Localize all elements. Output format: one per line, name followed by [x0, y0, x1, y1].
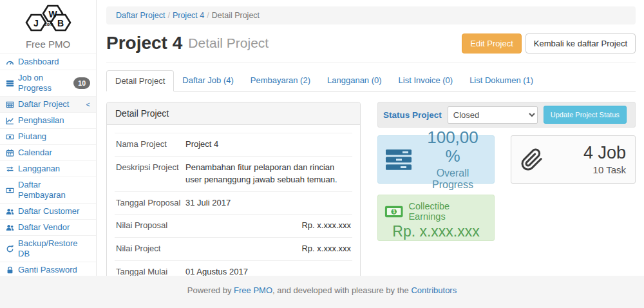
- breadcrumb-link-daftar-project[interactable]: Daftar Project: [116, 11, 165, 20]
- job-task-box: 4 Job 10 Task: [511, 135, 636, 184]
- earnings-value: Rp. x.xxx.xxx: [384, 223, 488, 240]
- retweet-icon: [6, 165, 14, 173]
- status-project-select[interactable]: Closed: [448, 106, 538, 124]
- detail-row-nilai-project: Nilai Project Rp. x.xxx.xxx: [115, 237, 352, 260]
- page-subtitle: Detail Project: [188, 35, 269, 51]
- breadcrumb-separator: /: [207, 11, 209, 20]
- table-icon: [6, 101, 14, 109]
- job-count-value: 4 Job: [583, 144, 626, 163]
- sidebar-item-label: Piutang: [18, 131, 46, 142]
- update-project-status-button[interactable]: Update Project Status: [544, 106, 627, 124]
- sidebar-item-label: Penghasilan: [18, 115, 64, 126]
- tab-pembayaran[interactable]: Pembayaran (2): [242, 70, 319, 91]
- job-count-badge: 10: [73, 77, 90, 89]
- sidebar-item-label: Dashboard: [18, 57, 59, 67]
- sidebar-item-calendar[interactable]: Calendar: [0, 145, 96, 161]
- svg-text:B: B: [57, 18, 63, 28]
- sidebar-item-label: Daftar Pembayaran: [18, 180, 90, 200]
- users-icon: [6, 224, 14, 232]
- sidebar-item-label: Job on Progress: [18, 73, 70, 93]
- refresh-icon: [6, 245, 14, 253]
- svg-text:J: J: [33, 18, 39, 28]
- sidebar-item-daftar-project[interactable]: Daftar Project <: [0, 97, 96, 113]
- earnings-label: Collectibe Earnings: [408, 201, 488, 222]
- tab-langganan[interactable]: Langganan (0): [319, 70, 390, 91]
- sidebar-item-backup-restore-db[interactable]: Backup/Restore DB: [0, 236, 96, 262]
- breadcrumb-separator: /: [167, 11, 169, 20]
- main-area: W J B .com Free PMO Dashboard Job on Pro…: [0, 0, 644, 276]
- page-header: Project 4 Detail Project Edit Project Ke…: [106, 33, 636, 63]
- free-pmo-app: W J B .com Free PMO Dashboard Job on Pro…: [0, 0, 644, 308]
- svg-text:1: 1: [392, 209, 395, 215]
- brand-name: Free PMO: [0, 39, 96, 50]
- line-chart-icon: [6, 117, 14, 125]
- overall-progress-label: Overall Progress: [418, 168, 488, 191]
- money-icon: [6, 186, 14, 195]
- sidebar-item-dashboard[interactable]: Dashboard: [0, 54, 96, 70]
- sidebar-item-label: Calendar: [18, 148, 52, 158]
- detail-row-nilai-proposal: Nilai Proposal Rp. x.xxx.xxx: [115, 214, 352, 237]
- content-area: Daftar Project/Project 4/Detail Project …: [97, 0, 644, 276]
- footer: Powered by Free PMO, and developed with …: [0, 276, 644, 308]
- sidebar: W J B .com Free PMO Dashboard Job on Pro…: [0, 0, 97, 276]
- logo-block: W J B .com Free PMO: [0, 0, 96, 53]
- calendar-icon: [6, 149, 14, 157]
- sidebar-item-label: Daftar Project: [18, 99, 69, 110]
- money-icon: [6, 133, 14, 141]
- tasks-icon: [6, 79, 14, 88]
- sidebar-item-job-on-progress[interactable]: Job on Progress 10: [0, 70, 96, 97]
- sidebar-item-label: Daftar Customer: [18, 206, 79, 217]
- sidebar-item-daftar-vendor[interactable]: Daftar Vendor: [0, 220, 96, 236]
- tab-list-dokumen[interactable]: List Dokumen (1): [461, 70, 542, 91]
- breadcrumb-current: Detail Project: [212, 11, 260, 20]
- paperclip-icon: [520, 145, 544, 175]
- money-icon: 1: [384, 206, 403, 218]
- sidebar-item-label: Backup/Restore DB: [18, 238, 90, 259]
- sidebar-item-label: Langganan: [18, 164, 60, 174]
- sidebar-item-label: Daftar Vendor: [18, 222, 70, 233]
- tab-list-invoice[interactable]: List Invoice (0): [390, 70, 462, 91]
- detail-row-deskripsi-project: Deskripsi Project Penambahan fitur pelap…: [115, 156, 352, 191]
- breadcrumb: Daftar Project/Project 4/Detail Project: [106, 6, 636, 24]
- header-buttons: Edit Project Kembali ke daftar Project: [462, 34, 636, 53]
- status-project-bar: Status Project Closed Update Project Sta…: [377, 102, 636, 128]
- svg-text:W: W: [48, 9, 57, 19]
- detail-row-tanggal-proposal: Tanggal Proposal 31 Juli 2017: [115, 191, 352, 215]
- detail-row-nama-project: Nama Project Project 4: [115, 133, 352, 156]
- task-count-value: 10 Task: [583, 164, 626, 175]
- sidebar-item-label: Ganti Password: [18, 265, 77, 275]
- chevron-left-icon: <: [86, 99, 90, 110]
- tab-detail-project[interactable]: Detail Project: [106, 70, 174, 91]
- back-to-project-list-button[interactable]: Kembali ke daftar Project: [526, 34, 636, 53]
- dashboard-icon: [6, 58, 14, 66]
- sidebar-item-piutang[interactable]: Piutang: [0, 129, 96, 145]
- jwb-logo-icon: W J B .com: [17, 5, 79, 34]
- users-icon: [6, 207, 14, 216]
- breadcrumb-link-project-4[interactable]: Project 4: [173, 11, 204, 20]
- footer-link-free-pmo[interactable]: Free PMO: [234, 285, 272, 295]
- edit-project-button[interactable]: Edit Project: [462, 34, 521, 53]
- footer-text-middle: , and developed with pleasure by the: [272, 285, 411, 295]
- sidebar-item-langganan[interactable]: Langganan: [0, 161, 96, 177]
- collectible-earnings-box: 1 Collectibe Earnings Rp. x.xxx.xxx: [377, 195, 495, 241]
- overall-progress-value: 100,00 %: [418, 128, 488, 165]
- status-project-label: Status Project: [383, 110, 442, 120]
- tasks-icon: [384, 148, 413, 172]
- sidebar-item-daftar-customer[interactable]: Daftar Customer: [0, 204, 96, 220]
- sidebar-menu: Dashboard Job on Progress 10 Daftar Proj…: [0, 53, 96, 294]
- panel-title: Detail Project: [107, 102, 360, 125]
- overall-progress-box: 100,00 % Overall Progress: [377, 135, 495, 184]
- footer-text-prefix: Powered by: [187, 285, 234, 295]
- sidebar-item-penghasilan[interactable]: Penghasilan: [0, 113, 96, 129]
- project-tabs: Detail Project Daftar Job (4) Pembayaran…: [106, 70, 636, 91]
- page-title: Project 4: [106, 33, 182, 53]
- sidebar-item-daftar-pembayaran[interactable]: Daftar Pembayaran: [0, 177, 96, 204]
- lock-icon: [6, 266, 14, 274]
- footer-link-contributors[interactable]: Contributors: [411, 285, 457, 295]
- tab-daftar-job[interactable]: Daftar Job (4): [174, 70, 242, 91]
- svg-text:.com: .com: [43, 22, 53, 26]
